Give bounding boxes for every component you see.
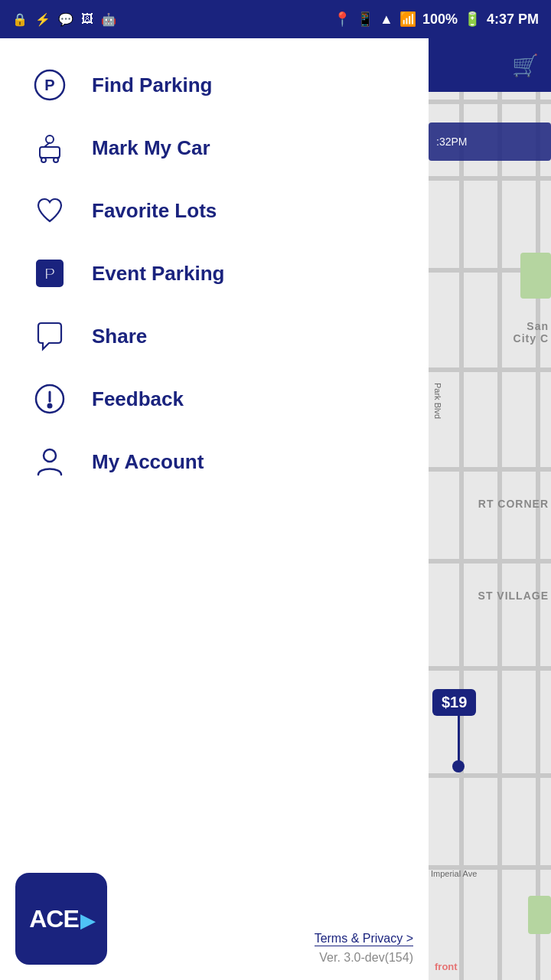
map-road-label-park-blvd: Park Blvd <box>433 383 442 419</box>
map-green <box>520 253 551 299</box>
map-green <box>528 896 551 934</box>
menu-item-favorite-lots[interactable]: Favorite Lots <box>15 179 413 242</box>
time-display: 4:37 PM <box>487 11 539 28</box>
status-icons-left: 🔒 ⚡ 💬 🖼 🤖 <box>12 12 116 27</box>
share-label: Share <box>92 325 147 348</box>
my-account-label: My Account <box>92 450 204 474</box>
find-parking-label: Find Parking <box>92 74 212 97</box>
lock-icon: 🔒 <box>12 12 28 27</box>
chat-icon: 💬 <box>58 12 73 27</box>
parking-circle-icon: P <box>23 69 77 101</box>
alert-circle-icon <box>23 383 77 415</box>
favorite-lots-label: Favorite Lots <box>92 199 217 223</box>
person-icon <box>23 446 77 478</box>
svg-rect-3 <box>40 147 60 158</box>
signal-icon: 📶 <box>399 11 416 28</box>
battery-text: 100% <box>422 11 458 28</box>
svg-point-6 <box>41 158 46 162</box>
chat-bubble-icon <box>23 320 77 352</box>
svg-text:P: P <box>44 264 56 283</box>
map-front-label: front <box>435 961 458 972</box>
menu-items-list: P Find Parking <box>0 54 429 858</box>
app-header: 🛒 <box>429 38 551 92</box>
terms-privacy-link[interactable]: Terms & Privacy > <box>315 932 413 946</box>
map-corner-label: RT CORNER <box>430 498 549 510</box>
footer-links: Terms & Privacy > Ver. 3.0-dev(154) <box>315 932 413 965</box>
menu-item-find-parking[interactable]: P Find Parking <box>15 54 413 116</box>
battery-icon: 🔋 <box>464 11 481 28</box>
price-badge: $19 <box>432 689 476 716</box>
image-icon: 🖼 <box>81 12 93 26</box>
menu-item-my-account[interactable]: My Account <box>15 430 413 493</box>
sim-icon: 📱 <box>357 11 373 28</box>
ace-play-icon: ▶ <box>80 910 93 931</box>
event-parking-label: Event Parking <box>92 262 224 286</box>
svg-point-2 <box>46 136 54 143</box>
search-bar[interactable]: :32PM <box>429 122 551 161</box>
version-text: Ver. 3.0-dev(154) <box>319 951 413 965</box>
svg-point-12 <box>48 404 52 408</box>
status-right: 📍 📱 ▲ 📶 100% 🔋 4:37 PM <box>334 11 539 28</box>
price-dot <box>452 760 465 773</box>
ace-logo: ACE▶ <box>15 873 107 965</box>
wifi-icon: ▲ <box>380 11 393 28</box>
android-icon: 🤖 <box>101 12 116 27</box>
menu-item-feedback[interactable]: Feedback <box>15 368 413 430</box>
drawer-footer: ACE▶ Terms & Privacy > Ver. 3.0-dev(154) <box>0 858 429 980</box>
feedback-label: Feedback <box>92 387 184 411</box>
car-mark-icon <box>23 132 77 164</box>
map-village-label: ST VILLAGE <box>430 590 549 602</box>
map-area-label: SanCity C <box>430 320 549 345</box>
location-icon: 📍 <box>334 11 350 28</box>
ace-logo-text: ACE▶ <box>29 905 93 933</box>
mark-my-car-label: Mark My Car <box>92 136 210 160</box>
search-bar-text: :32PM <box>436 136 467 148</box>
map-road-label-imperial: Imperial Ave <box>431 869 477 878</box>
menu-item-share[interactable]: Share <box>15 305 413 368</box>
status-bar: 🔒 ⚡ 💬 🖼 🤖 📍 📱 ▲ 📶 100% 🔋 4:37 PM <box>0 0 551 38</box>
svg-point-7 <box>54 158 58 162</box>
price-pin <box>458 716 460 762</box>
svg-text:P: P <box>44 77 54 93</box>
cart-icon[interactable]: 🛒 <box>512 53 539 78</box>
heart-icon <box>23 194 77 227</box>
svg-point-13 <box>44 449 56 462</box>
parking-square-icon: P <box>23 257 77 289</box>
navigation-drawer: P Find Parking <box>0 38 429 980</box>
menu-item-mark-my-car[interactable]: Mark My Car <box>15 116 413 179</box>
usb-icon: ⚡ <box>35 12 51 27</box>
menu-item-event-parking[interactable]: P Event Parking <box>15 242 413 305</box>
